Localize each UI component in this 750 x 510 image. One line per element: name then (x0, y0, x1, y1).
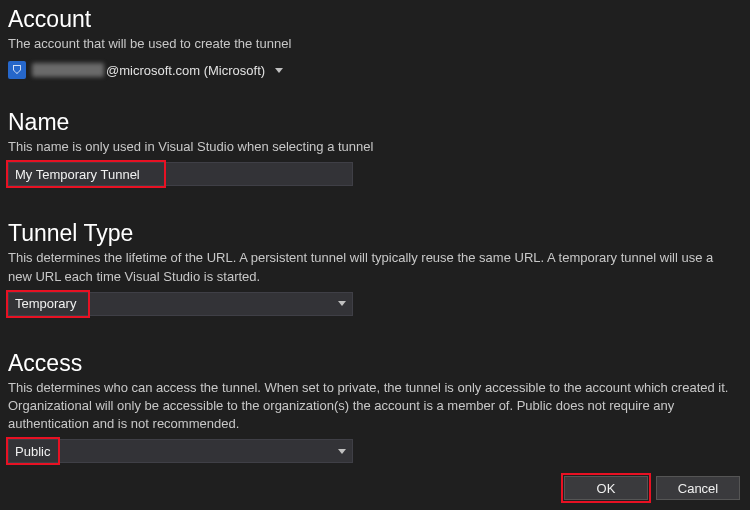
tunnel-type-select[interactable]: Temporary (8, 292, 353, 316)
name-section: Name This name is only used in Visual St… (8, 109, 742, 190)
dev-tunnel-dialog: Account The account that will be used to… (0, 0, 750, 510)
tunnel-type-value: Temporary (15, 296, 76, 311)
account-email-redacted (32, 63, 104, 77)
access-section: Access This determines who can access th… (8, 350, 742, 468)
access-value: Public (15, 444, 50, 459)
chevron-down-icon (338, 449, 346, 454)
chevron-down-icon (275, 68, 283, 73)
ok-button[interactable]: OK (564, 476, 648, 500)
account-badge-icon: ⛉ (8, 61, 26, 79)
account-section-desc: The account that will be used to create … (8, 35, 738, 53)
chevron-down-icon (338, 301, 346, 306)
tunnel-type-section-title: Tunnel Type (8, 220, 742, 247)
account-email-suffix: @microsoft.com (Microsoft) (106, 63, 265, 78)
name-section-desc: This name is only used in Visual Studio … (8, 138, 738, 156)
account-section: Account The account that will be used to… (8, 6, 742, 81)
tunnel-type-section-desc: This determines the lifetime of the URL.… (8, 249, 738, 285)
name-section-title: Name (8, 109, 742, 136)
account-email-label: @microsoft.com (Microsoft) (32, 63, 265, 78)
tunnel-type-section: Tunnel Type This determines the lifetime… (8, 220, 742, 319)
cancel-button[interactable]: Cancel (656, 476, 740, 500)
dialog-buttons: OK Cancel (564, 476, 740, 500)
account-dropdown[interactable]: ⛉ @microsoft.com (Microsoft) (8, 59, 742, 81)
account-section-title: Account (8, 6, 742, 33)
access-select[interactable]: Public (8, 439, 353, 463)
access-section-desc: This determines who can access the tunne… (8, 379, 738, 434)
access-section-title: Access (8, 350, 742, 377)
tunnel-name-input[interactable] (8, 162, 353, 186)
